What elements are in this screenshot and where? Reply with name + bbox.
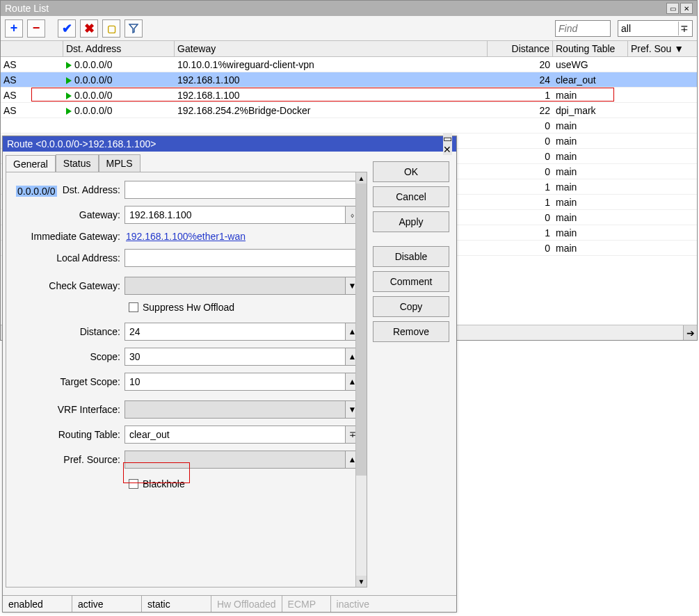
window-minimize-icon[interactable]: ▭ [666,3,679,14]
status-static: static [142,596,211,612]
comment-button[interactable]: ▢ [102,19,120,38]
titlebar[interactable]: Route List ▭ ✕ [1,1,697,16]
table-row[interactable]: AS0.0.0.0/0192.168.254.2%Bridge-Docker22… [1,103,697,118]
disable-button[interactable]: ✖ [80,19,98,38]
dialog-close-icon[interactable]: ✕ [443,144,452,155]
window-title: Route List [5,3,49,14]
scroll-right-icon[interactable]: ➔ [683,325,697,340]
apply-button[interactable]: Apply [373,211,449,232]
status-inactive: inactive [331,596,401,612]
enable-button[interactable]: ✔ [58,19,76,38]
window-close-icon[interactable]: ✕ [680,3,693,14]
form-pane: Dst. Address: 0.0.0.0/0 Gateway: ⬨ Immed… [6,172,367,587]
tab-general[interactable]: General [6,155,56,172]
toolbar: + − ✔ ✖ ▢ all ∓ [1,16,697,41]
col-gateway[interactable]: Gateway [175,41,488,56]
filter-button[interactable] [124,19,143,38]
disable-button[interactable]: Disable [373,246,449,267]
gateway-input[interactable] [124,206,346,224]
dst-address-input[interactable] [124,181,360,199]
immediate-gateway-link[interactable]: 192.168.1.100%ether1-wan [124,231,246,242]
filter-select[interactable]: all ∓ [618,20,693,37]
label-local: Local Address: [13,252,124,264]
dialog-minimize-icon[interactable]: ▭ [443,133,452,144]
table-row[interactable]: AS0.0.0.0/0192.168.1.10024clear_out [1,72,697,88]
tab-mpls[interactable]: MPLS [99,154,140,172]
status-enabled: enabled [3,596,72,612]
table-row[interactable]: 0main [1,118,697,133]
col-distance[interactable]: Distance [488,41,553,56]
status-ecmp: ECMP [282,596,331,612]
label-scope: Scope: [13,351,124,362]
filter-select-value: all [621,23,631,34]
status-hw: Hw Offloaded [211,596,282,612]
tab-status[interactable]: Status [56,154,99,172]
ok-button[interactable]: OK [373,161,449,182]
form-v-scrollbar[interactable]: ▲ ▼ [355,172,367,587]
dialog-statusbar: enabled active static Hw Offloaded ECMP … [3,595,456,612]
target-scope-input[interactable] [124,373,346,391]
active-route-icon [66,77,72,84]
chevron-down-icon[interactable]: ▼ [674,43,684,54]
copy-button[interactable]: Copy [373,296,449,317]
dialog-titlebar[interactable]: Route <0.0.0.0/0->192.168.1.100> ▭ ✕ [3,136,456,152]
vrf-interface-select[interactable] [124,400,346,419]
scroll-up-icon[interactable]: ▲ [356,172,367,184]
find-input[interactable] [555,20,611,37]
local-address-input[interactable] [124,249,360,267]
status-active: active [72,596,142,612]
active-route-icon [66,92,72,99]
label-distance: Distance: [13,326,124,337]
active-route-icon [66,108,72,115]
col-pref-source[interactable]: Pref. Sou▼ [628,41,686,56]
blackhole-checkbox[interactable]: Blackhole [129,478,185,489]
distance-input[interactable] [124,323,346,341]
dialog-buttons: OK Cancel Apply Disable Comment Copy Rem… [373,161,449,342]
scope-input[interactable] [124,348,346,366]
remove-button[interactable]: − [27,19,45,38]
cancel-button[interactable]: Cancel [373,186,449,207]
dialog-title: Route <0.0.0.0/0->192.168.1.100> [7,138,156,149]
active-route-icon [66,62,72,69]
dropdown-icon[interactable]: ∓ [678,22,689,35]
label-gateway: Gateway: [13,209,124,220]
route-dialog: Route <0.0.0.0/0->192.168.1.100> ▭ ✕ Gen… [2,136,457,613]
label-vrf: VRF Interface: [13,404,124,415]
routing-table-select[interactable] [124,425,346,444]
check-gateway-select[interactable] [124,277,346,295]
table-row[interactable]: AS0.0.0.0/0192.168.1.1001main [1,88,697,103]
col-flags[interactable] [1,41,63,56]
remove-button[interactable]: Remove [373,321,449,342]
add-button[interactable]: + [5,19,23,38]
label-pref-source: Pref. Source: [13,454,124,465]
comment-button[interactable]: Comment [373,271,449,292]
label-immediate-gw: Immediate Gateway: [13,231,124,242]
pref-source-input[interactable] [124,451,346,469]
label-check-gw: Check Gateway: [13,280,124,291]
scroll-down-icon[interactable]: ▼ [356,576,367,587]
scrollbar-thumb[interactable] [356,184,367,476]
suppress-hw-checkbox[interactable]: Suppress Hw Offload [129,302,234,313]
label-routing-table: Routing Table: [13,429,124,440]
label-target-scope: Target Scope: [13,376,124,387]
col-routing-table[interactable]: Routing Table [553,41,628,56]
table-row[interactable]: AS0.0.0.0/010.10.0.1%wireguard-client-vp… [1,57,697,72]
col-dst[interactable]: Dst. Address [63,41,175,56]
grid-header[interactable]: Dst. Address Gateway Distance Routing Ta… [1,41,697,57]
